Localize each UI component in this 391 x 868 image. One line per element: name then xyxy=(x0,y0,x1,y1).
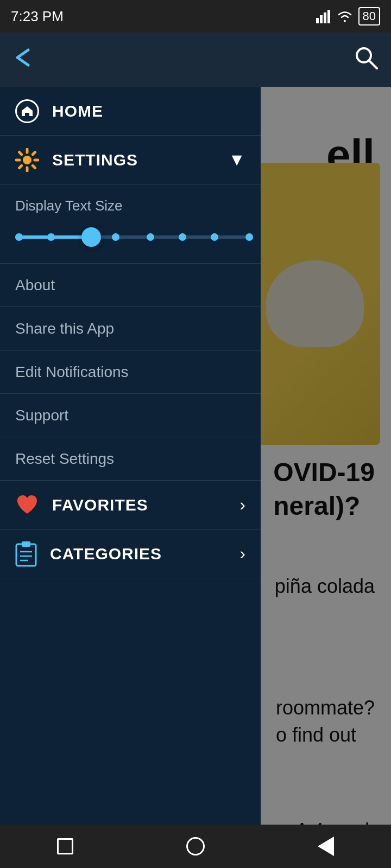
sidebar-favorites-label: FAVORITES xyxy=(52,496,239,514)
share-app-label: Share this App xyxy=(15,320,114,337)
back-triangle-icon xyxy=(318,837,334,856)
slider-dot-8 xyxy=(245,233,253,241)
search-button[interactable] xyxy=(354,46,378,74)
sidebar-item-categories[interactable]: CATEGORIES › xyxy=(0,529,261,578)
categories-chevron-icon: › xyxy=(239,544,245,564)
sidebar-item-home[interactable]: HOME xyxy=(0,87,261,136)
edit-notifications-label: Edit Notifications xyxy=(15,363,129,381)
bottom-home-button[interactable] xyxy=(179,830,212,863)
sidebar-categories-label: CATEGORIES xyxy=(50,545,239,563)
sidebar-settings-label: SETTINGS xyxy=(52,151,228,169)
text-size-section: Display Text Size xyxy=(0,184,261,264)
svg-rect-2 xyxy=(324,12,326,23)
square-icon xyxy=(57,838,73,854)
svg-rect-8 xyxy=(22,541,30,547)
status-time: 7:23 PM xyxy=(11,8,64,25)
overlay-dim xyxy=(258,87,391,868)
reset-settings-label: Reset Settings xyxy=(15,450,114,468)
slider-dot-2 xyxy=(47,233,55,241)
text-size-slider-container[interactable] xyxy=(15,226,245,248)
text-size-label: Display Text Size xyxy=(15,197,245,214)
signal-icon xyxy=(316,9,331,23)
sidebar-item-about[interactable]: About xyxy=(0,264,261,307)
sidebar-item-share-app[interactable]: Share this App xyxy=(0,307,261,350)
sidebar-item-settings[interactable]: SETTINGS ▼ xyxy=(0,136,261,184)
main-area: ell OVID-19neral)? piña colada roommate?… xyxy=(0,87,391,868)
home-icon xyxy=(15,99,39,123)
svg-line-5 xyxy=(369,61,377,68)
bottom-nav-bar xyxy=(0,825,391,868)
status-bar: 7:23 PM 80 xyxy=(0,0,391,33)
home-circle-icon xyxy=(15,99,39,123)
sidebar-home-label: HOME xyxy=(52,102,245,120)
settings-submenu: Display Text Size xyxy=(0,184,261,481)
slider-dot-7 xyxy=(211,233,218,241)
slider-track xyxy=(15,235,245,239)
slider-thumb[interactable] xyxy=(81,227,101,247)
slider-dot-6 xyxy=(179,233,186,241)
svg-rect-7 xyxy=(16,544,36,566)
wifi-icon xyxy=(337,10,353,22)
header-bar xyxy=(0,33,391,87)
support-label: Support xyxy=(15,407,68,424)
sidebar-item-favorites[interactable]: FAVORITES › xyxy=(0,481,261,529)
sidebar-item-support[interactable]: Support xyxy=(0,394,261,437)
slider-dot-5 xyxy=(147,233,154,241)
gear-icon xyxy=(15,148,39,172)
slider-dot-4 xyxy=(112,233,119,241)
bottom-square-button[interactable] xyxy=(49,830,81,863)
clipboard-icon xyxy=(15,541,37,567)
circle-icon xyxy=(186,837,205,856)
favorites-chevron-icon: › xyxy=(239,495,245,515)
svg-rect-1 xyxy=(320,15,323,23)
svg-point-6 xyxy=(23,156,31,164)
svg-rect-3 xyxy=(327,10,330,23)
heart-icon xyxy=(15,494,39,516)
battery-indicator: 80 xyxy=(358,7,380,25)
slider-dot-1 xyxy=(15,233,23,241)
status-icons: 80 xyxy=(316,7,380,25)
back-button[interactable] xyxy=(13,48,37,72)
sidebar-item-reset-settings[interactable]: Reset Settings xyxy=(0,437,261,481)
sidebar-item-edit-notifications[interactable]: Edit Notifications xyxy=(0,350,261,394)
sidebar-drawer: HOME SETTINGS ▼ Display Text Size xyxy=(0,87,261,868)
bottom-back-button[interactable] xyxy=(310,830,342,863)
about-label: About xyxy=(15,277,55,294)
settings-chevron-icon: ▼ xyxy=(228,150,245,170)
svg-rect-0 xyxy=(316,18,319,23)
